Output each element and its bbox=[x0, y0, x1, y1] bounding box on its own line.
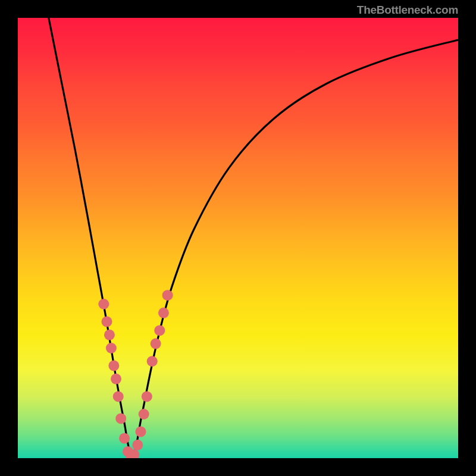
data-point bbox=[139, 409, 149, 419]
scatter-points bbox=[98, 290, 173, 458]
data-point bbox=[101, 317, 112, 327]
data-point bbox=[115, 413, 126, 424]
data-point bbox=[135, 427, 146, 437]
data-point bbox=[106, 343, 117, 353]
attribution-text: TheBottleneck.com bbox=[357, 4, 458, 17]
plot-background bbox=[18, 18, 458, 458]
data-point bbox=[147, 356, 158, 367]
chart-svg bbox=[18, 18, 458, 458]
data-point bbox=[104, 330, 115, 340]
data-point bbox=[154, 325, 165, 336]
data-point bbox=[151, 339, 161, 349]
data-point bbox=[113, 391, 124, 402]
data-point bbox=[111, 374, 121, 384]
data-point bbox=[132, 440, 143, 450]
data-point bbox=[158, 308, 169, 318]
bottleneck-curve bbox=[49, 18, 458, 458]
data-point bbox=[162, 290, 173, 300]
data-point bbox=[119, 433, 130, 444]
chart-container: TheBottleneck.com bbox=[0, 0, 476, 476]
data-point bbox=[98, 299, 109, 309]
data-point bbox=[142, 391, 152, 402]
data-point bbox=[108, 361, 119, 371]
